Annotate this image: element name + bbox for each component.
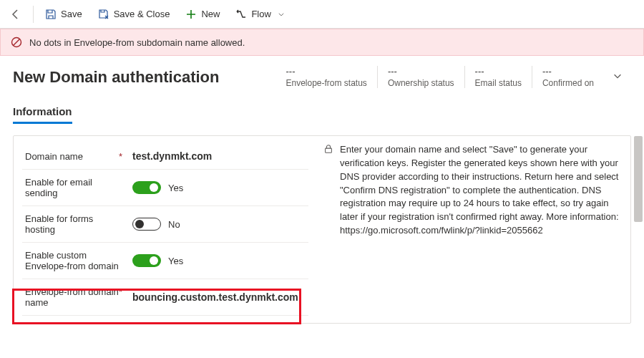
field-value: test.dynmkt.com bbox=[132, 150, 306, 162]
form-panel: Domain name* test.dynmkt.com Enable for … bbox=[13, 135, 631, 324]
flow-icon bbox=[235, 9, 247, 20]
new-label: New bbox=[201, 9, 220, 19]
page-title: New Domain authentication bbox=[13, 68, 219, 87]
tab-bar: Information bbox=[0, 92, 644, 124]
field-value: bouncing.custom.test.dynmkt.com bbox=[132, 291, 306, 303]
field-envelope-name[interactable]: Envelope-from domain name* bouncing.cust… bbox=[22, 279, 308, 316]
field-label: Envelope-from domain name* bbox=[25, 286, 132, 308]
toggle-switch[interactable] bbox=[132, 218, 161, 231]
save-icon bbox=[45, 9, 57, 20]
back-arrow-icon bbox=[10, 9, 21, 20]
status-email: --- Email status bbox=[464, 66, 532, 88]
status-confirmed: --- Confirmed on bbox=[532, 66, 604, 88]
field-label: Domain name* bbox=[25, 151, 132, 162]
expand-header-button[interactable] bbox=[604, 71, 631, 83]
save-close-icon bbox=[98, 9, 109, 20]
info-text: Enter your domain name and select "Save"… bbox=[340, 143, 622, 316]
field-label: Enable for email sending bbox=[25, 177, 132, 198]
back-button[interactable] bbox=[3, 4, 29, 24]
page-header: New Domain authentication --- Envelope-f… bbox=[0, 56, 644, 92]
svg-rect-1 bbox=[326, 148, 332, 153]
flow-button[interactable]: Flow bbox=[228, 4, 293, 24]
lock-icon bbox=[323, 143, 334, 155]
save-close-label: Save & Close bbox=[114, 9, 170, 19]
tab-information[interactable]: Information bbox=[13, 105, 72, 124]
field-label: Enable custom Envelope-from domain bbox=[25, 250, 132, 271]
chevron-down-icon bbox=[275, 9, 287, 20]
vertical-scrollbar[interactable] bbox=[634, 136, 643, 222]
save-close-button[interactable]: Save & Close bbox=[91, 4, 177, 24]
new-button[interactable]: New bbox=[178, 4, 227, 24]
prohibited-icon bbox=[11, 37, 22, 48]
toggle-switch[interactable] bbox=[132, 181, 161, 194]
toggle-value: Yes bbox=[168, 183, 183, 193]
toolbar-separator bbox=[33, 6, 34, 23]
status-ownership: --- Ownership status bbox=[377, 66, 464, 88]
error-alert: No dots in Envelope-from subdomain name … bbox=[0, 29, 644, 56]
save-label: Save bbox=[61, 9, 82, 19]
status-group: --- Envelope-from status --- Ownership s… bbox=[275, 66, 631, 88]
field-domain-name[interactable]: Domain name* test.dynmkt.com bbox=[22, 143, 308, 170]
toggle-value: No bbox=[168, 219, 180, 230]
save-button[interactable]: Save bbox=[38, 4, 89, 24]
field-enable-forms[interactable]: Enable for forms hosting No bbox=[22, 206, 308, 243]
flow-label: Flow bbox=[251, 9, 270, 19]
info-column: Enter your domain name and select "Save"… bbox=[323, 143, 622, 316]
toggle-value: Yes bbox=[168, 256, 183, 266]
status-envelope: --- Envelope-from status bbox=[275, 66, 376, 88]
toggle-switch[interactable] bbox=[132, 254, 161, 267]
alert-message: No dots in Envelope-from subdomain name … bbox=[29, 37, 245, 48]
command-bar: Save Save & Close New Flow bbox=[0, 0, 644, 29]
field-enable-email[interactable]: Enable for email sending Yes bbox=[22, 170, 308, 206]
field-label: Enable for forms hosting bbox=[25, 213, 132, 235]
field-enable-envelope[interactable]: Enable custom Envelope-from domain Yes bbox=[22, 243, 308, 279]
plus-icon bbox=[185, 9, 197, 20]
form-column: Domain name* test.dynmkt.com Enable for … bbox=[22, 143, 308, 316]
